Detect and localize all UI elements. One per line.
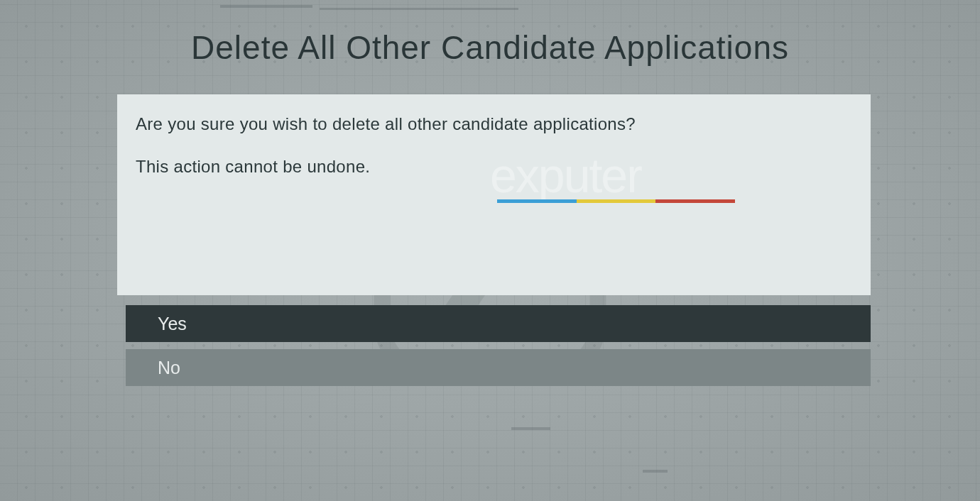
decoration-bar bbox=[511, 427, 550, 430]
yes-button[interactable]: Yes bbox=[126, 305, 871, 342]
corner-decoration bbox=[890, 411, 980, 501]
no-button[interactable]: No bbox=[126, 349, 871, 386]
decoration-bar bbox=[320, 8, 518, 10]
decoration-bar bbox=[643, 470, 668, 473]
dialog-title: Delete All Other Candidate Applications bbox=[0, 28, 980, 67]
button-group: Yes No bbox=[126, 305, 871, 393]
dialog-message-line-1: Are you sure you wish to delete all othe… bbox=[136, 114, 852, 134]
dialog-message-panel: Are you sure you wish to delete all othe… bbox=[117, 94, 871, 295]
decoration-bar bbox=[220, 5, 312, 8]
dialog-message-line-2: This action cannot be undone. bbox=[136, 157, 852, 177]
